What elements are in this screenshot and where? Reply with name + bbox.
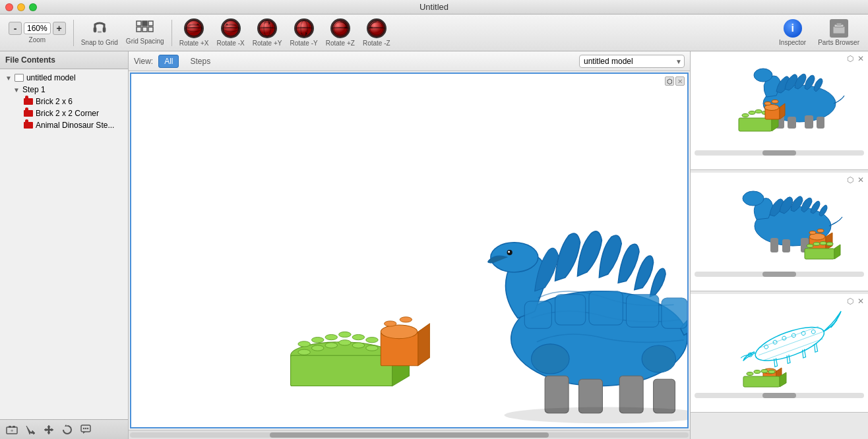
zoom-value-display: 160% [24, 22, 51, 34]
svg-point-90 [817, 229, 824, 232]
panel-close-2[interactable]: ✕ [856, 175, 865, 185]
svg-point-95 [826, 242, 833, 245]
svg-rect-69 [788, 117, 796, 129]
svg-point-38 [352, 334, 365, 339]
sidebar: File Contents ▼ untitled model ▼ Step 1 … [0, 51, 129, 439]
snap-to-grid-button[interactable]: Snap to Grid [78, 17, 121, 48]
zoom-minus-button[interactable]: - [9, 22, 22, 35]
svg-point-43 [339, 340, 352, 345]
comment-tool-button[interactable] [78, 423, 94, 437]
grid-spacing-button[interactable]: Grid Spacing [123, 18, 168, 47]
select-tool-button[interactable] [22, 423, 38, 437]
svg-point-64 [642, 345, 675, 372]
svg-point-11 [223, 20, 239, 36]
rotate-px-icon [184, 18, 204, 38]
svg-point-67 [754, 69, 772, 82]
rotate-tool-button[interactable] [59, 423, 75, 437]
svg-point-34 [298, 341, 311, 347]
panel-scrollbar-2[interactable] [695, 272, 864, 277]
move-tool-button[interactable] [41, 423, 57, 437]
rotate-py-svg [259, 20, 276, 37]
svg-rect-62 [662, 298, 687, 328]
tree-item-brick2[interactable]: Brick 2 x 2 Corner [0, 107, 128, 119]
rotate-pz-button[interactable]: Rotate +Z [323, 16, 358, 49]
rotate-py-button[interactable]: Rotate +Y [249, 16, 286, 49]
panel-close-3[interactable]: ✕ [856, 297, 865, 306]
add-tool-button[interactable]: + [4, 423, 20, 437]
tree-item-brick1[interactable]: Brick 2 x 6 [0, 96, 128, 107]
panel-close-1[interactable]: ✕ [856, 54, 865, 63]
rotate-py-label: Rotate +Y [253, 40, 282, 47]
rotate-px-button[interactable]: Rotate +X [176, 16, 212, 49]
tree-label-dino: Animal Dinosaur Ste... [36, 121, 114, 130]
parts-browser-label: Parts Browser [818, 39, 859, 46]
svg-point-92 [807, 244, 813, 247]
toolbar: - 160% + Zoom Snap to Grid [0, 15, 868, 51]
svg-point-45 [366, 345, 379, 351]
svg-point-44 [352, 343, 365, 348]
tree-item-root[interactable]: ▼ untitled model [0, 72, 128, 84]
tree-label-root: untitled model [26, 73, 76, 82]
model-select[interactable]: untitled model [579, 55, 685, 68]
rotate-pz-icon [330, 18, 350, 38]
tree-label-step1: Step 1 [22, 85, 46, 94]
panel-expand-2[interactable]: ⬡ [846, 175, 855, 185]
svg-rect-57 [654, 379, 675, 413]
window-controls [5, 3, 37, 11]
canvas-controls: ⬡ ✕ [665, 76, 685, 86]
panel-scrollbar-1[interactable] [695, 150, 864, 156]
rotate-nx-button[interactable]: Rotate -X [213, 16, 247, 49]
tree-item-dino[interactable]: Animal Dinosaur Ste... [0, 119, 128, 131]
file-tree: ▼ untitled model ▼ Step 1 Brick 2 x 6 Br… [0, 69, 128, 419]
inspector-button[interactable]: i Inspector [776, 17, 809, 48]
svg-point-82 [743, 191, 764, 206]
view-all-button[interactable]: All [158, 55, 179, 68]
main-area: File Contents ▼ untitled model ▼ Step 1 … [0, 51, 868, 439]
panel-svg-1 [707, 57, 852, 146]
panel-expand-1[interactable]: ⬡ [846, 54, 855, 63]
panel-expand-3[interactable]: ⬡ [846, 297, 855, 306]
canvas-expand-button[interactable]: ⬡ [665, 76, 674, 86]
svg-rect-60 [589, 291, 623, 325]
tree-item-step1[interactable]: ▼ Step 1 [0, 84, 128, 96]
snap-label: Snap to Grid [81, 39, 118, 46]
canvas-close-button[interactable]: ✕ [675, 76, 685, 86]
croc-transform [737, 311, 852, 378]
svg-point-93 [813, 242, 820, 245]
svg-rect-59 [555, 295, 586, 325]
panel-scrollbar-thumb-3 [762, 393, 796, 398]
svg-point-9 [186, 20, 202, 36]
sidebar-header: File Contents [0, 51, 128, 69]
svg-rect-54 [545, 376, 569, 413]
svg-point-63 [532, 344, 570, 374]
panel-svg-2 [707, 179, 852, 268]
model-select-wrapper: untitled model ▼ [579, 55, 685, 68]
svg-point-39 [366, 337, 379, 343]
tree-arrow-root: ▼ [5, 74, 12, 82]
viewport-scrollbar[interactable] [129, 430, 690, 439]
parts-browser-button[interactable]: Parts Browser [815, 17, 863, 48]
panel-svg-3 [707, 293, 852, 395]
svg-rect-7 [148, 21, 153, 26]
close-button[interactable] [5, 3, 13, 11]
panel-scrollbar-thumb-1 [762, 150, 796, 156]
rotate-nz-button[interactable]: Rotate -Z [359, 16, 394, 49]
rotate-nz-svg [368, 20, 385, 37]
snap-svg [92, 20, 108, 36]
viewport-canvas[interactable]: ⬡ ✕ [130, 73, 689, 428]
panel-scrollbar-3[interactable] [695, 393, 864, 398]
maximize-button[interactable] [29, 3, 37, 11]
view-steps-button[interactable]: Steps [184, 55, 216, 68]
svg-point-94 [820, 241, 826, 245]
rotate-ny-button[interactable]: Rotate -Y [286, 16, 321, 49]
svg-point-75 [755, 109, 762, 113]
svg-point-74 [749, 111, 755, 114]
parts-browser-icon [830, 19, 848, 38]
zoom-plus-button[interactable]: + [53, 22, 66, 35]
svg-point-37 [339, 332, 352, 337]
svg-point-30 [85, 427, 86, 428]
rotate-py-icon [257, 18, 277, 38]
minimize-button[interactable] [17, 3, 25, 11]
svg-text:+: + [11, 428, 14, 434]
svg-point-113 [768, 370, 775, 373]
